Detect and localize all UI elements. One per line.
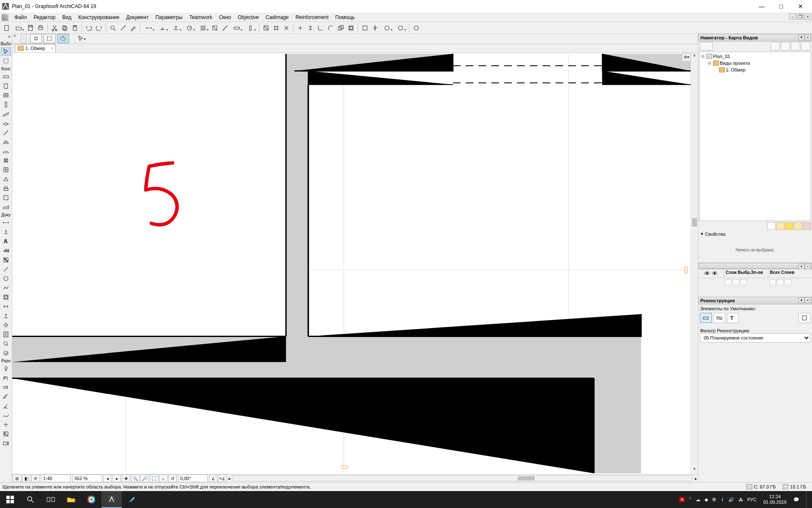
morph-tool[interactable] [1,175,11,183]
reconstruction-header[interactable]: Реконструкция ▾× [698,297,812,304]
adobe-tray-icon[interactable]: A [679,497,685,502]
layer-3d-icon[interactable] [740,279,747,285]
scroll-up-icon[interactable]: ▲ [691,53,698,60]
column-drop-button[interactable] [244,23,257,33]
restore-button[interactable]: ↺ [168,475,177,482]
record-button[interactable] [411,23,421,33]
recon-filter-select[interactable]: 05 Планируемое состояние [700,333,810,342]
nav-publisher-button[interactable] [801,42,810,50]
angle-lock-button[interactable]: ∠ [209,475,217,482]
pan-button[interactable]: ✥ [122,475,130,482]
mesh-tool[interactable] [1,203,11,211]
section-tool[interactable] [1,302,11,311]
energy-button[interactable] [370,23,380,33]
dim-elev-button[interactable] [170,23,182,33]
window-close-button[interactable]: ✕ [791,0,810,13]
fit-button[interactable]: ⛶ [150,475,158,482]
show-desktop-button[interactable] [806,491,809,508]
wall-tool[interactable] [1,72,11,81]
object-tool[interactable] [1,184,11,193]
angle-dim-tool[interactable] [1,402,11,410]
measure-button[interactable] [220,23,230,33]
v-scroll-thumb[interactable] [692,218,697,226]
navigator-tree[interactable]: ⊟ Plan_01 ⊟ Виды проекта 1. Обмер [699,52,811,221]
slab-tool[interactable] [1,119,11,127]
zoom-in-button[interactable]: 🔍 [131,475,140,482]
grid-button[interactable] [197,23,209,33]
toolbox-close-icon[interactable]: ✕ [0,35,12,41]
beam-tool[interactable] [1,110,11,118]
menu-view[interactable]: Вид [59,14,75,21]
recon-demolish-button[interactable] [713,313,725,323]
shell-tool[interactable] [1,147,11,155]
corner-window-tool[interactable] [1,374,11,382]
zoom-out-button[interactable]: 🔎 [140,475,149,482]
nav-btn-1[interactable] [767,222,776,230]
menu-objective[interactable]: Objective [234,14,262,21]
addon-button[interactable] [394,23,407,33]
nav-btn-3[interactable] [785,222,793,230]
taskbar-clock[interactable]: 12:24 01.09.2019 [761,494,789,505]
layer-3d-icon[interactable] [785,279,791,285]
menu-reinforcement[interactable]: Reinforcement [292,14,332,21]
taskview-button[interactable] [41,491,61,508]
intersect-button[interactable] [336,23,346,33]
layers-close-icon[interactable]: × [805,264,811,269]
hotspot-tool[interactable] [1,420,11,429]
dim-level-button[interactable] [156,23,169,33]
angle-field[interactable]: 0,00° [178,475,208,482]
marquee-tool[interactable] [1,57,11,65]
copy-button[interactable] [60,23,69,33]
find-select-button[interactable] [108,23,118,33]
save-button[interactable] [26,23,35,33]
recon-new-button[interactable]: T [727,313,739,323]
h-scroll-thumb[interactable] [518,476,535,480]
recon-pin-icon[interactable]: ▾ [798,298,804,303]
nav-btn-2[interactable] [776,222,785,230]
layers-pin-icon[interactable]: ▾ [798,264,804,269]
navigator-close-icon[interactable]: × [805,35,811,40]
arrow-tool[interactable] [1,47,11,56]
paste-button[interactable] [70,23,80,33]
menu-file[interactable]: Файл [11,14,30,21]
pick-button[interactable] [118,23,128,33]
geom-rotated-button[interactable] [57,34,69,43]
tray-up-icon[interactable]: ˄ [689,497,691,502]
tree-collapse-icon[interactable]: ⊟ [707,61,712,65]
nav-chooser-button[interactable] [700,42,713,50]
shield-tray-icon[interactable]: ⛨ [712,497,717,502]
horizontal-scrollbar[interactable] [233,475,692,481]
dim-radial-button[interactable] [183,23,196,33]
recon-close-icon[interactable]: × [805,298,811,303]
polyline-tool[interactable] [1,284,11,292]
spline-tool[interactable] [1,411,11,420]
stair-tool[interactable] [1,128,11,137]
nav-viewmap-button[interactable] [781,42,790,50]
start-button[interactable] [0,491,20,508]
trim-button[interactable] [296,23,305,33]
tree-root[interactable]: ⊟ Plan_01 [700,53,810,60]
change-tool[interactable] [1,349,11,357]
adjust-button[interactable] [316,23,325,33]
tab-close-icon[interactable]: × [51,46,53,51]
window-tool[interactable] [1,91,11,99]
menu-document[interactable]: Документ [123,14,152,21]
undo-button[interactable] [84,23,93,33]
door-tool[interactable] [1,82,11,90]
navigator-header[interactable]: Навигатор - Карта Видов ▾× [698,34,812,41]
angle-reset-button[interactable]: ×∠ [218,475,227,482]
network-tray-icon[interactable]: 🖧 [738,497,743,502]
highlighter-button[interactable] [129,23,138,33]
morph-button[interactable] [381,23,393,33]
zoom-prev-button[interactable]: ◂ [103,475,112,482]
menu-window[interactable]: Окно [216,14,234,21]
layers-header[interactable]: ▾× [698,263,812,269]
lamp-tool[interactable] [1,364,11,373]
camera-tool[interactable] [1,439,11,447]
explorer-taskbar-button[interactable] [61,491,81,508]
window-minimize-button[interactable]: — [752,0,771,13]
window-maximize-button[interactable]: □ [771,0,791,13]
scroll-down-icon[interactable]: ▼ [691,467,698,474]
mdi-close[interactable]: × [804,14,811,19]
view-tab-obmer[interactable]: 1. Обмер × [15,44,56,52]
